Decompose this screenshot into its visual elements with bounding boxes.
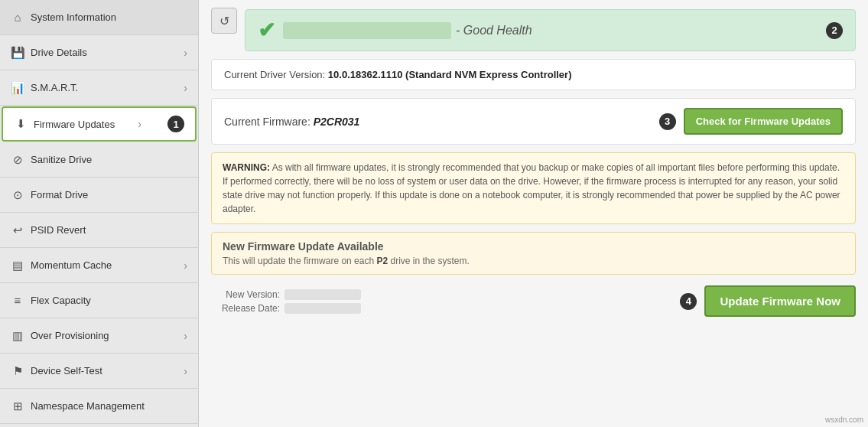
update-section: New Version: Release Date: 4 Update Firm…	[211, 282, 856, 320]
main-content: ↺ ✔ - Good Health 2 Current Driver Versi…	[199, 0, 868, 427]
sanitize-drive-label: Sanitize Drive	[31, 154, 92, 165]
health-badge: 2	[826, 22, 843, 39]
sidebar-item-left-device-self-test: ⚑Device Self-Test	[11, 364, 102, 378]
new-firmware-box: New Firmware Update Available This will …	[211, 232, 856, 275]
sidebar-item-left-psid-revert: ↩PSID Revert	[11, 223, 86, 237]
health-bar: ✔ - Good Health 2	[245, 9, 856, 51]
update-firmware-button[interactable]: Update Firmware Now	[704, 285, 856, 317]
warning-bold: WARNING:	[223, 162, 270, 173]
device-self-test-chevron: ›	[184, 365, 187, 377]
over-provisioning-icon: ▥	[11, 329, 24, 343]
sidebar-item-firmware-updates[interactable]: ⬇Firmware Updates›1	[2, 106, 197, 142]
momentum-cache-icon: ▤	[11, 259, 24, 272]
firmware-box: Current Firmware: P2CR031 3 Check for Fi…	[211, 98, 856, 145]
firmware-label: Current Firmware: P2CR031	[224, 116, 359, 128]
sidebar-item-namespace-management[interactable]: ⊞Namespace Management	[0, 389, 198, 424]
format-drive-label: Format Drive	[31, 189, 88, 200]
momentum-cache-label: Momentum Cache	[31, 259, 112, 271]
firmware-updates-icon: ⬇	[14, 117, 28, 131]
checkmark-icon: ✔	[258, 18, 275, 43]
new-firmware-desc: This will update the firmware on each P2…	[223, 256, 844, 266]
new-version-row: New Version:	[211, 289, 361, 300]
sidebar-item-over-provisioning[interactable]: ▥Over Provisioning›	[0, 318, 198, 354]
sidebar-item-left-firmware-updates: ⬇Firmware Updates	[14, 117, 115, 131]
new-version-label: New Version:	[211, 289, 280, 300]
sidebar-item-system-information[interactable]: ⌂System Information	[0, 0, 198, 35]
sidebar-item-left-flex-capacity: ≡Flex Capacity	[11, 294, 91, 307]
psid-revert-label: PSID Revert	[31, 224, 86, 236]
device-self-test-label: Device Self-Test	[31, 365, 102, 376]
firmware-updates-badge: 1	[167, 116, 184, 132]
flex-capacity-icon: ≡	[11, 294, 24, 307]
sidebar-item-left-momentum-cache: ▤Momentum Cache	[11, 259, 112, 272]
sidebar-item-smart[interactable]: 📊S.M.A.R.T.›	[0, 70, 198, 106]
sidebar-item-left-sanitize-drive: ⊘Sanitize Drive	[11, 153, 92, 167]
driver-version-box: Current Driver Version: 10.0.18362.1110 …	[211, 59, 856, 90]
release-date-label: Release Date:	[211, 303, 280, 314]
sidebar-item-momentum-cache[interactable]: ▤Momentum Cache›	[0, 248, 198, 283]
new-firmware-drive: P2	[376, 256, 388, 266]
sidebar-item-psid-revert[interactable]: ↩PSID Revert	[0, 213, 198, 248]
sidebar-item-format-drive[interactable]: ⊙Format Drive	[0, 178, 198, 213]
firmware-right: 3 Check for Firmware Updates	[659, 108, 843, 135]
sidebar-item-left-smart: 📊S.M.A.R.T.	[11, 81, 78, 95]
sidebar-item-left-system-information: ⌂System Information	[11, 11, 116, 24]
health-status-text: - Good Health	[456, 24, 532, 37]
firmware-updates-label: Firmware Updates	[34, 119, 115, 130]
version-info: New Version: Release Date:	[211, 289, 361, 314]
health-content: ✔ - Good Health	[258, 18, 815, 43]
sidebar-item-drive-details[interactable]: 💾Drive Details›	[0, 35, 198, 70]
sidebar-item-left-format-drive: ⊙Format Drive	[11, 188, 88, 202]
namespace-management-icon: ⊞	[11, 399, 24, 413]
health-bar-visual	[283, 22, 451, 39]
driver-version-value: 10.0.18362.1110 (Standard NVM Express Co…	[328, 69, 572, 80]
namespace-management-label: Namespace Management	[31, 400, 145, 412]
firmware-value: P2CR031	[314, 116, 360, 128]
sidebar-item-flex-capacity[interactable]: ≡Flex Capacity	[0, 283, 198, 318]
momentum-cache-chevron: ›	[184, 259, 187, 272]
check-firmware-button[interactable]: Check for Firmware Updates	[684, 108, 843, 135]
warning-text: As with all firmware updates, it is stro…	[223, 162, 840, 214]
drive-details-label: Drive Details	[31, 47, 87, 58]
refresh-button[interactable]: ↺	[211, 8, 237, 34]
format-drive-icon: ⊙	[11, 188, 24, 202]
sidebar-item-left-namespace-management: ⊞Namespace Management	[11, 399, 145, 413]
system-information-label: System Information	[31, 11, 116, 23]
health-label-area: - Good Health	[283, 22, 815, 39]
update-badge: 4	[680, 293, 697, 310]
system-information-icon: ⌂	[11, 11, 24, 24]
smart-chevron: ›	[184, 82, 187, 94]
firmware-updates-chevron: ›	[138, 118, 141, 130]
new-version-value	[284, 289, 361, 300]
release-date-value	[284, 303, 361, 314]
refresh-icon: ↺	[219, 14, 229, 28]
smart-icon: 📊	[11, 81, 24, 95]
drive-details-icon: 💾	[11, 46, 24, 60]
sidebar-item-left-drive-details: 💾Drive Details	[11, 46, 87, 60]
sidebar-item-device-self-test[interactable]: ⚑Device Self-Test›	[0, 354, 198, 389]
sidebar: ⌂System Information💾Drive Details›📊S.M.A…	[0, 0, 199, 427]
firmware-badge: 3	[659, 113, 676, 130]
sanitize-drive-icon: ⊘	[11, 153, 24, 167]
drive-details-chevron: ›	[184, 47, 187, 59]
new-firmware-title: New Firmware Update Available	[223, 240, 844, 253]
device-self-test-icon: ⚑	[11, 364, 24, 378]
flex-capacity-label: Flex Capacity	[31, 295, 91, 306]
psid-revert-icon: ↩	[11, 223, 24, 237]
smart-label: S.M.A.R.T.	[31, 82, 78, 93]
sidebar-item-left-over-provisioning: ▥Over Provisioning	[11, 329, 109, 343]
driver-version-label: Current Driver Version:	[224, 69, 325, 80]
over-provisioning-label: Over Provisioning	[31, 330, 109, 341]
update-right: 4 Update Firmware Now	[680, 285, 856, 317]
release-date-row: Release Date:	[211, 303, 361, 314]
sidebar-item-sanitize-drive[interactable]: ⊘Sanitize Drive	[0, 142, 198, 178]
over-provisioning-chevron: ›	[184, 330, 187, 342]
warning-box: WARNING: As with all firmware updates, i…	[211, 152, 856, 224]
